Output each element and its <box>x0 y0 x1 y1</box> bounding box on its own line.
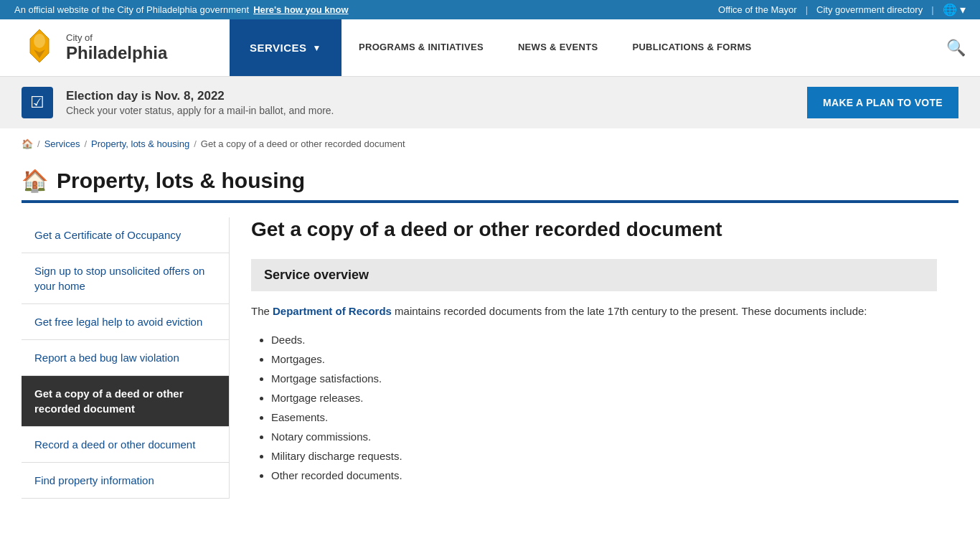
election-icon: ☑ <box>22 87 53 118</box>
service-list-item: Mortgages. <box>271 349 937 369</box>
service-list-item: Mortgage satisfactions. <box>271 369 937 388</box>
service-list-item: Mortgage releases. <box>271 388 937 408</box>
service-overview-title: Service overview <box>264 268 369 282</box>
official-text: An official website of the City of Phila… <box>14 4 249 15</box>
page-title-area: 🏠 Property, lots & housing <box>0 156 980 193</box>
how-to-know-link[interactable]: Here's how you know <box>253 4 348 15</box>
mayor-link[interactable]: Office of the Mayor <box>718 4 797 15</box>
election-left: ☑ Election day is Nov. 8, 2022 Check you… <box>22 87 334 118</box>
city-directory-link[interactable]: City government directory <box>816 4 923 15</box>
sidebar-item-record-deed[interactable]: Record a deed or other document <box>22 427 229 463</box>
nav-news-link[interactable]: NEWS & EVENTS <box>501 19 616 76</box>
main-content: Get a copy of a deed or other recorded d… <box>230 217 958 499</box>
logo-city: City of <box>66 32 167 43</box>
service-list-item: Military discharge requests. <box>271 446 937 466</box>
service-list-item: Other recorded documents. <box>271 466 937 485</box>
sidebar-item-property-info[interactable]: Find property information <box>22 463 229 499</box>
globe-icon[interactable]: 🌐 ▾ <box>943 3 966 17</box>
breadcrumb-services[interactable]: Services <box>44 138 80 149</box>
logo-text: City of Philadelphia <box>66 32 167 63</box>
service-description: The Department of Records maintains reco… <box>251 303 937 320</box>
nav-programs-link[interactable]: PROGRAMS & INITIATIVES <box>341 19 501 76</box>
breadcrumb-property[interactable]: Property, lots & housing <box>91 138 189 149</box>
main-content-title: Get a copy of a deed or other recorded d… <box>251 217 937 242</box>
election-text: Election day is Nov. 8, 2022 Check your … <box>66 89 334 116</box>
search-icon: 🔍 <box>946 39 966 57</box>
service-list: Deeds.Mortgages.Mortgage satisfactions.M… <box>251 330 937 485</box>
service-list-item: Notary commissions. <box>271 427 937 446</box>
service-list-item: Deeds. <box>271 330 937 349</box>
election-subtitle: Check your voter status, apply for a mai… <box>66 105 334 116</box>
election-banner: ☑ Election day is Nov. 8, 2022 Check you… <box>0 77 980 128</box>
dept-records-link[interactable]: Department of Records <box>273 305 392 317</box>
page-title: Property, lots & housing <box>57 169 305 193</box>
search-button[interactable]: 🔍 <box>932 19 980 76</box>
property-icon: 🏠 <box>22 168 48 193</box>
sidebar: Get a Certificate of Occupancy Sign up t… <box>22 217 230 499</box>
nav-publications-link[interactable]: PUBLICATIONS & FORMS <box>615 19 768 76</box>
logo-philly: Philadelphia <box>66 43 167 63</box>
main-nav: SERVICES ▼ PROGRAMS & INITIATIVES NEWS &… <box>230 19 980 76</box>
sidebar-item-unsolicited[interactable]: Sign up to stop unsolicited offers on yo… <box>22 253 229 304</box>
svg-point-1 <box>34 34 45 48</box>
top-bar-left: An official website of the City of Phila… <box>14 4 349 15</box>
top-bar-right: Office of the Mayor | City government di… <box>718 3 966 17</box>
sidebar-item-bedbug[interactable]: Report a bed bug law violation <box>22 340 229 376</box>
breadcrumb-current: Get a copy of a deed or other recorded d… <box>201 138 405 149</box>
breadcrumb-home[interactable]: 🏠 <box>22 138 33 149</box>
service-overview-box: Service overview <box>251 259 937 291</box>
sidebar-item-eviction[interactable]: Get free legal help to avoid eviction <box>22 304 229 340</box>
services-caret-icon: ▼ <box>313 43 321 53</box>
city-logo <box>22 28 57 67</box>
content-area: Get a Certificate of Occupancy Sign up t… <box>0 203 980 513</box>
breadcrumb: 🏠 / Services / Property, lots & housing … <box>0 131 980 156</box>
top-bar: An official website of the City of Phila… <box>0 0 980 19</box>
sidebar-item-certificate[interactable]: Get a Certificate of Occupancy <box>22 217 229 253</box>
nav-services-button[interactable]: SERVICES ▼ <box>230 19 341 76</box>
sidebar-item-deed-copy[interactable]: Get a copy of a deed or other recorded d… <box>22 376 229 427</box>
election-title: Election day is Nov. 8, 2022 <box>66 89 334 103</box>
make-plan-vote-button[interactable]: MAKE A PLAN TO VOTE <box>807 87 958 118</box>
logo-area: City of Philadelphia <box>0 19 230 76</box>
service-list-item: Easements. <box>271 408 937 427</box>
header: City of Philadelphia SERVICES ▼ PROGRAMS… <box>0 19 980 77</box>
